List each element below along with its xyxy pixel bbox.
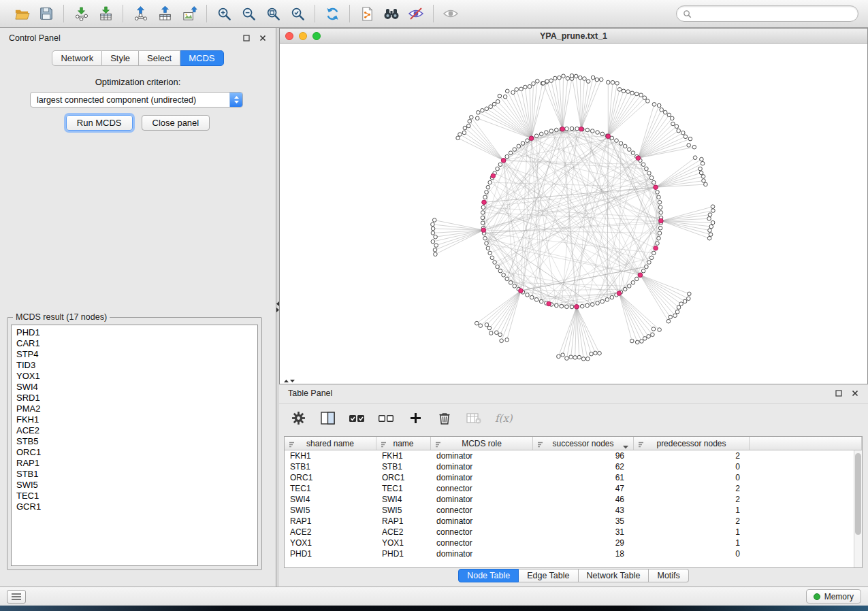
zoom-selected-button[interactable] (285, 3, 310, 24)
export-table-button[interactable] (152, 3, 177, 24)
close-icon (852, 390, 858, 397)
float-panel-button[interactable] (834, 389, 843, 398)
table-row[interactable]: SWI4SWI4dominator462 (285, 494, 854, 505)
column-header[interactable]: name (376, 437, 431, 450)
scrollbar-thumb[interactable] (855, 453, 861, 535)
list-item[interactable]: TEC1 (12, 491, 257, 501)
search-network-button[interactable] (379, 3, 404, 24)
delete-table-button[interactable] (466, 409, 482, 428)
table-cell: dominator (431, 451, 533, 461)
mcds-result-list[interactable]: PHD1CAR1STP4TID3YOX1SWI4SRD1PMA2FKH1ACE2… (11, 325, 258, 566)
table-settings-button[interactable] (290, 409, 306, 428)
list-item[interactable]: RAP1 (12, 458, 257, 469)
list-item[interactable]: TID3 (12, 360, 257, 371)
column-header-label: name (393, 439, 413, 448)
list-item[interactable]: CAR1 (12, 338, 257, 349)
run-mcds-button[interactable]: Run MCDS (66, 115, 133, 131)
list-item[interactable]: STB1 (12, 469, 257, 480)
table-panel: Table Panel f(x) shared n (279, 384, 868, 587)
list-item[interactable]: SWI5 (12, 480, 257, 491)
tab-mcds[interactable]: MCDS (180, 50, 223, 66)
export-image-button[interactable] (177, 3, 202, 24)
network-window-titlebar[interactable]: YPA_prune.txt_1 (280, 29, 867, 44)
share-document-button[interactable] (355, 3, 379, 24)
close-icon (259, 35, 266, 42)
float-panel-button[interactable] (242, 34, 251, 43)
select-all-button[interactable] (349, 409, 365, 428)
window-zoom-button[interactable] (312, 32, 321, 40)
table-cell: dominator (431, 473, 533, 482)
list-item[interactable]: YOX1 (12, 371, 257, 382)
list-item[interactable]: SRD1 (12, 393, 257, 403)
add-row-button[interactable] (407, 409, 423, 428)
table-cell: 35 (533, 516, 634, 526)
eye-icon (443, 6, 459, 21)
horizontal-splitter-handle[interactable] (280, 378, 298, 384)
list-item[interactable]: FKH1 (12, 414, 257, 425)
network-graph[interactable] (280, 44, 867, 384)
table-row[interactable]: RAP1RAP1dominator352 (285, 516, 854, 527)
window-close-button[interactable] (285, 32, 293, 40)
refresh-button[interactable] (320, 3, 344, 24)
list-item[interactable]: PMA2 (12, 403, 257, 414)
show-hidden-button[interactable] (438, 3, 463, 24)
table-row[interactable]: FKH1FKH1dominator962 (285, 450, 854, 461)
close-mcds-panel-button[interactable]: Close panel (142, 115, 210, 131)
list-item[interactable]: STP4 (12, 349, 257, 360)
memory-button[interactable]: Memory (806, 589, 861, 604)
open-session-button[interactable] (10, 3, 34, 24)
export-network-button[interactable] (128, 3, 152, 24)
table-row[interactable]: ACE2ACE2connector311 (285, 527, 854, 538)
table-row[interactable]: YOX1YOX1connector291 (285, 538, 854, 548)
chevron-down-icon[interactable] (623, 442, 628, 450)
vertical-splitter-handle[interactable] (275, 298, 280, 316)
tab-edge-table[interactable]: Edge Table (519, 569, 578, 582)
status-menu-button[interactable] (7, 590, 26, 604)
main-toolbar (0, 0, 868, 28)
optimization-criterion-dropdown[interactable]: largest connected component (undirected) (30, 92, 243, 108)
zoom-in-button[interactable] (212, 3, 236, 24)
search-input[interactable] (695, 9, 852, 18)
list-item[interactable]: STB5 (12, 436, 257, 447)
import-table-button[interactable] (93, 3, 118, 24)
close-panel-button[interactable] (258, 34, 267, 43)
memory-label: Memory (824, 592, 854, 601)
function-builder-button[interactable]: f(x) (495, 409, 513, 428)
zoom-fit-button[interactable] (261, 3, 285, 24)
global-search[interactable] (676, 5, 858, 22)
table-row[interactable]: ORC1ORC1dominator610 (285, 472, 854, 483)
tab-select[interactable]: Select (139, 50, 180, 66)
tab-style[interactable]: Style (102, 50, 139, 66)
unselect-all-button[interactable] (378, 409, 394, 428)
column-header[interactable]: successor nodes (533, 437, 634, 450)
list-item[interactable]: SWI4 (12, 382, 257, 393)
table-row[interactable]: SWI5SWI5connector431 (285, 505, 854, 516)
list-item[interactable]: ORC1 (12, 447, 257, 458)
column-header[interactable]: shared name (285, 437, 376, 450)
hide-selected-button[interactable] (404, 3, 428, 24)
list-item[interactable]: PHD1 (12, 327, 257, 338)
table-row[interactable]: TEC1TEC1connector472 (285, 483, 854, 494)
network-canvas[interactable] (280, 44, 867, 384)
table-cell: dominator (431, 462, 533, 472)
table-cell: FKH1 (285, 451, 376, 461)
column-header[interactable]: predecessor nodes (634, 437, 750, 450)
table-scrollbar[interactable] (854, 450, 862, 567)
save-session-button[interactable] (34, 3, 59, 24)
close-panel-button[interactable] (850, 389, 859, 398)
delete-row-button[interactable] (436, 409, 453, 428)
table-row[interactable]: STB1STB1dominator620 (285, 461, 854, 472)
list-item[interactable]: ACE2 (12, 425, 257, 436)
import-network-button[interactable] (69, 3, 93, 24)
column-header[interactable]: MCDS role (431, 437, 533, 450)
window-minimize-button[interactable] (299, 32, 307, 40)
table-row[interactable]: PHD1PHD1dominator180 (285, 548, 854, 559)
list-item[interactable]: GCR1 (12, 501, 257, 512)
tab-network-table[interactable]: Network Table (579, 569, 649, 582)
trash-icon (438, 412, 451, 425)
tab-network[interactable]: Network (52, 50, 102, 66)
insert-column-button[interactable] (319, 409, 336, 428)
tab-motifs[interactable]: Motifs (649, 569, 688, 582)
zoom-out-button[interactable] (236, 3, 261, 24)
tab-node-table[interactable]: Node Table (458, 569, 519, 582)
